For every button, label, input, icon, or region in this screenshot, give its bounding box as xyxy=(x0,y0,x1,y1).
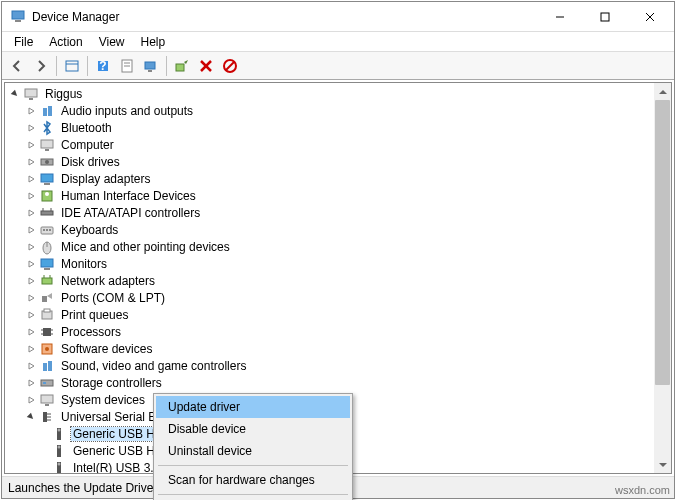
expand-icon[interactable] xyxy=(25,275,37,287)
category-label: Software devices xyxy=(59,342,154,356)
toolbar-separator xyxy=(56,56,57,76)
category-label: Keyboards xyxy=(59,223,120,237)
expand-icon[interactable] xyxy=(25,224,37,236)
expand-icon[interactable] xyxy=(25,156,37,168)
svg-rect-58 xyxy=(41,380,53,386)
category-label: Disk drives xyxy=(59,155,122,169)
tree-category[interactable]: Ports (COM & LPT) xyxy=(7,289,671,306)
show-hide-button[interactable] xyxy=(61,55,83,77)
svg-rect-6 xyxy=(66,61,78,71)
category-icon xyxy=(39,307,55,323)
expand-icon[interactable] xyxy=(25,309,37,321)
svg-point-68 xyxy=(58,462,61,465)
menu-file[interactable]: File xyxy=(6,33,41,51)
scan-button[interactable] xyxy=(140,55,162,77)
uninstall-button[interactable] xyxy=(195,55,217,77)
category-icon xyxy=(39,188,55,204)
context-scan-hardware[interactable]: Scan for hardware changes xyxy=(156,469,350,491)
expand-icon[interactable] xyxy=(25,258,37,270)
tree-category[interactable]: Mice and other pointing devices xyxy=(7,238,671,255)
tree-category[interactable]: Monitors xyxy=(7,255,671,272)
tree-category[interactable]: Print queues xyxy=(7,306,671,323)
update-driver-button[interactable] xyxy=(171,55,193,77)
category-icon xyxy=(39,120,55,136)
expand-icon[interactable] xyxy=(25,139,37,151)
tree-category[interactable]: IDE ATA/ATAPI controllers xyxy=(7,204,671,221)
expand-icon[interactable] xyxy=(25,241,37,253)
expand-icon[interactable] xyxy=(25,326,37,338)
svg-rect-0 xyxy=(12,11,24,19)
close-button[interactable] xyxy=(627,2,672,31)
svg-rect-60 xyxy=(41,395,53,403)
maximize-button[interactable] xyxy=(582,2,627,31)
scroll-down-button[interactable] xyxy=(654,456,671,473)
scroll-up-button[interactable] xyxy=(654,83,671,100)
svg-rect-42 xyxy=(44,268,50,270)
svg-text:?: ? xyxy=(99,59,106,73)
context-update-driver[interactable]: Update driver xyxy=(156,396,350,418)
svg-rect-43 xyxy=(42,278,52,284)
svg-point-27 xyxy=(45,160,49,164)
toolbar: ? xyxy=(2,52,674,80)
forward-button[interactable] xyxy=(30,55,52,77)
device-label: Generic USB H xyxy=(71,427,157,441)
category-icon xyxy=(39,239,55,255)
category-icon xyxy=(39,137,55,153)
category-label: Display adapters xyxy=(59,172,152,186)
expand-icon[interactable] xyxy=(25,105,37,117)
category-label: Print queues xyxy=(59,308,130,322)
expand-icon[interactable] xyxy=(25,173,37,185)
svg-rect-62 xyxy=(43,412,47,422)
svg-rect-41 xyxy=(41,259,53,267)
tree-category[interactable]: Storage controllers xyxy=(7,374,671,391)
tree-category[interactable]: Human Interface Devices xyxy=(7,187,671,204)
category-label: Network adapters xyxy=(59,274,157,288)
scroll-thumb[interactable] xyxy=(655,100,670,385)
expand-icon[interactable] xyxy=(25,394,37,406)
category-label: Human Interface Devices xyxy=(59,189,198,203)
vertical-scrollbar[interactable] xyxy=(654,83,671,473)
category-label: Monitors xyxy=(59,257,109,271)
tree-category[interactable]: Software devices xyxy=(7,340,671,357)
menu-help[interactable]: Help xyxy=(133,33,174,51)
svg-rect-56 xyxy=(43,363,47,371)
tree-category[interactable]: Computer xyxy=(7,136,671,153)
tree-root[interactable]: Riggus xyxy=(7,85,671,102)
disable-button[interactable] xyxy=(219,55,241,77)
expand-icon[interactable] xyxy=(25,190,37,202)
svg-rect-49 xyxy=(43,328,51,336)
help-button[interactable]: ? xyxy=(92,55,114,77)
expand-icon[interactable] xyxy=(25,343,37,355)
menu-view[interactable]: View xyxy=(91,33,133,51)
expand-icon[interactable] xyxy=(25,360,37,372)
category-label: Ports (COM & LPT) xyxy=(59,291,167,305)
svg-rect-36 xyxy=(43,229,45,231)
menubar: File Action View Help xyxy=(2,32,674,52)
minimize-button[interactable] xyxy=(537,2,582,31)
category-icon xyxy=(39,222,55,238)
tree-category[interactable]: Keyboards xyxy=(7,221,671,238)
properties-button[interactable] xyxy=(116,55,138,77)
collapse-icon[interactable] xyxy=(9,88,21,100)
tree-category[interactable]: Disk drives xyxy=(7,153,671,170)
expand-icon[interactable] xyxy=(25,207,37,219)
menu-action[interactable]: Action xyxy=(41,33,90,51)
category-icon xyxy=(39,171,55,187)
expand-icon[interactable] xyxy=(25,292,37,304)
context-uninstall-device[interactable]: Uninstall device xyxy=(156,440,350,462)
tree-category[interactable]: Bluetooth xyxy=(7,119,671,136)
collapse-icon[interactable] xyxy=(25,411,37,423)
tree-category[interactable]: Sound, video and game controllers xyxy=(7,357,671,374)
tree-category[interactable]: Display adapters xyxy=(7,170,671,187)
svg-rect-59 xyxy=(43,382,46,384)
tree-category[interactable]: Processors xyxy=(7,323,671,340)
titlebar: Device Manager xyxy=(2,2,674,32)
expand-icon[interactable] xyxy=(25,122,37,134)
context-disable-device[interactable]: Disable device xyxy=(156,418,350,440)
usb-device-icon xyxy=(51,443,67,459)
tree-category[interactable]: Audio inputs and outputs xyxy=(7,102,671,119)
category-icon xyxy=(39,409,55,425)
back-button[interactable] xyxy=(6,55,28,77)
expand-icon[interactable] xyxy=(25,377,37,389)
tree-category[interactable]: Network adapters xyxy=(7,272,671,289)
